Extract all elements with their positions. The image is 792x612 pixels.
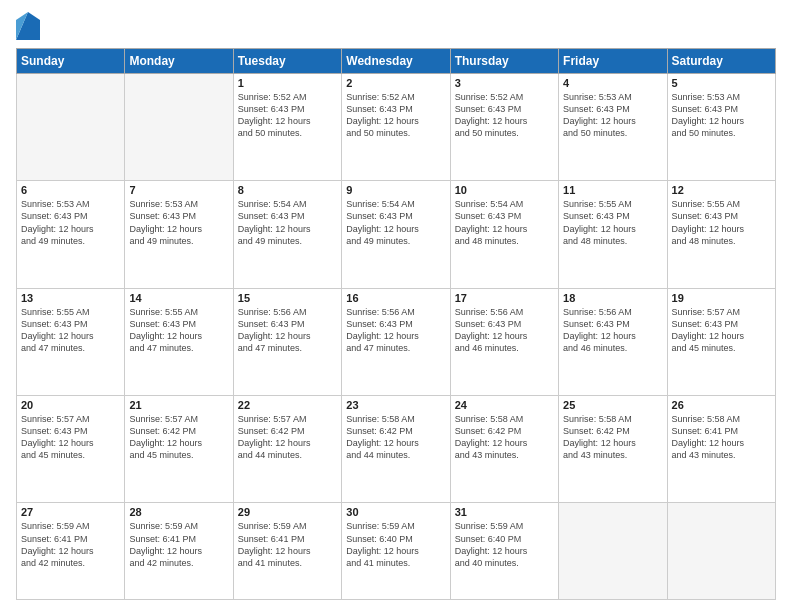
week-row-1: 1Sunrise: 5:52 AMSunset: 6:43 PMDaylight… (17, 74, 776, 181)
calendar-cell: 22Sunrise: 5:57 AMSunset: 6:42 PMDayligh… (233, 396, 341, 503)
day-info: Sunrise: 5:58 AMSunset: 6:42 PMDaylight:… (455, 413, 554, 462)
calendar-cell: 20Sunrise: 5:57 AMSunset: 6:43 PMDayligh… (17, 396, 125, 503)
calendar-cell: 29Sunrise: 5:59 AMSunset: 6:41 PMDayligh… (233, 503, 341, 600)
day-info: Sunrise: 5:52 AMSunset: 6:43 PMDaylight:… (346, 91, 445, 140)
day-info: Sunrise: 5:58 AMSunset: 6:42 PMDaylight:… (563, 413, 662, 462)
day-info: Sunrise: 5:56 AMSunset: 6:43 PMDaylight:… (346, 306, 445, 355)
weekday-header-saturday: Saturday (667, 49, 775, 74)
calendar-cell: 28Sunrise: 5:59 AMSunset: 6:41 PMDayligh… (125, 503, 233, 600)
day-number: 24 (455, 399, 554, 411)
calendar-cell: 7Sunrise: 5:53 AMSunset: 6:43 PMDaylight… (125, 181, 233, 288)
day-number: 16 (346, 292, 445, 304)
logo-icon (16, 12, 40, 40)
day-number: 30 (346, 506, 445, 518)
calendar-cell: 11Sunrise: 5:55 AMSunset: 6:43 PMDayligh… (559, 181, 667, 288)
week-row-4: 20Sunrise: 5:57 AMSunset: 6:43 PMDayligh… (17, 396, 776, 503)
weekday-header-wednesday: Wednesday (342, 49, 450, 74)
calendar-cell (667, 503, 775, 600)
calendar-cell: 17Sunrise: 5:56 AMSunset: 6:43 PMDayligh… (450, 288, 558, 395)
calendar-cell: 24Sunrise: 5:58 AMSunset: 6:42 PMDayligh… (450, 396, 558, 503)
calendar-cell: 30Sunrise: 5:59 AMSunset: 6:40 PMDayligh… (342, 503, 450, 600)
weekday-header-thursday: Thursday (450, 49, 558, 74)
day-number: 8 (238, 184, 337, 196)
day-info: Sunrise: 5:55 AMSunset: 6:43 PMDaylight:… (129, 306, 228, 355)
day-info: Sunrise: 5:53 AMSunset: 6:43 PMDaylight:… (129, 198, 228, 247)
day-info: Sunrise: 5:59 AMSunset: 6:41 PMDaylight:… (238, 520, 337, 569)
calendar-cell: 27Sunrise: 5:59 AMSunset: 6:41 PMDayligh… (17, 503, 125, 600)
day-info: Sunrise: 5:52 AMSunset: 6:43 PMDaylight:… (455, 91, 554, 140)
day-info: Sunrise: 5:56 AMSunset: 6:43 PMDaylight:… (455, 306, 554, 355)
calendar-cell: 31Sunrise: 5:59 AMSunset: 6:40 PMDayligh… (450, 503, 558, 600)
calendar-cell: 10Sunrise: 5:54 AMSunset: 6:43 PMDayligh… (450, 181, 558, 288)
day-info: Sunrise: 5:57 AMSunset: 6:42 PMDaylight:… (238, 413, 337, 462)
day-number: 12 (672, 184, 771, 196)
day-info: Sunrise: 5:53 AMSunset: 6:43 PMDaylight:… (672, 91, 771, 140)
day-number: 14 (129, 292, 228, 304)
calendar-cell: 2Sunrise: 5:52 AMSunset: 6:43 PMDaylight… (342, 74, 450, 181)
calendar-cell: 12Sunrise: 5:55 AMSunset: 6:43 PMDayligh… (667, 181, 775, 288)
day-info: Sunrise: 5:56 AMSunset: 6:43 PMDaylight:… (238, 306, 337, 355)
day-number: 3 (455, 77, 554, 89)
day-number: 9 (346, 184, 445, 196)
day-info: Sunrise: 5:59 AMSunset: 6:41 PMDaylight:… (21, 520, 120, 569)
day-number: 29 (238, 506, 337, 518)
day-info: Sunrise: 5:54 AMSunset: 6:43 PMDaylight:… (346, 198, 445, 247)
day-number: 6 (21, 184, 120, 196)
calendar-cell: 6Sunrise: 5:53 AMSunset: 6:43 PMDaylight… (17, 181, 125, 288)
day-info: Sunrise: 5:53 AMSunset: 6:43 PMDaylight:… (21, 198, 120, 247)
weekday-header-monday: Monday (125, 49, 233, 74)
day-number: 10 (455, 184, 554, 196)
day-number: 4 (563, 77, 662, 89)
day-number: 19 (672, 292, 771, 304)
header (16, 12, 776, 40)
day-info: Sunrise: 5:57 AMSunset: 6:43 PMDaylight:… (672, 306, 771, 355)
day-number: 5 (672, 77, 771, 89)
calendar-cell: 16Sunrise: 5:56 AMSunset: 6:43 PMDayligh… (342, 288, 450, 395)
calendar-cell: 4Sunrise: 5:53 AMSunset: 6:43 PMDaylight… (559, 74, 667, 181)
day-info: Sunrise: 5:59 AMSunset: 6:40 PMDaylight:… (455, 520, 554, 569)
weekday-header-sunday: Sunday (17, 49, 125, 74)
day-info: Sunrise: 5:58 AMSunset: 6:41 PMDaylight:… (672, 413, 771, 462)
day-number: 26 (672, 399, 771, 411)
day-info: Sunrise: 5:55 AMSunset: 6:43 PMDaylight:… (672, 198, 771, 247)
day-info: Sunrise: 5:58 AMSunset: 6:42 PMDaylight:… (346, 413, 445, 462)
calendar-cell: 15Sunrise: 5:56 AMSunset: 6:43 PMDayligh… (233, 288, 341, 395)
calendar-cell: 3Sunrise: 5:52 AMSunset: 6:43 PMDaylight… (450, 74, 558, 181)
logo (16, 12, 42, 40)
calendar-cell: 1Sunrise: 5:52 AMSunset: 6:43 PMDaylight… (233, 74, 341, 181)
calendar-cell: 21Sunrise: 5:57 AMSunset: 6:42 PMDayligh… (125, 396, 233, 503)
calendar-cell: 18Sunrise: 5:56 AMSunset: 6:43 PMDayligh… (559, 288, 667, 395)
day-info: Sunrise: 5:55 AMSunset: 6:43 PMDaylight:… (21, 306, 120, 355)
calendar-cell: 13Sunrise: 5:55 AMSunset: 6:43 PMDayligh… (17, 288, 125, 395)
calendar-cell (17, 74, 125, 181)
calendar-cell: 14Sunrise: 5:55 AMSunset: 6:43 PMDayligh… (125, 288, 233, 395)
calendar-cell: 9Sunrise: 5:54 AMSunset: 6:43 PMDaylight… (342, 181, 450, 288)
calendar-cell: 26Sunrise: 5:58 AMSunset: 6:41 PMDayligh… (667, 396, 775, 503)
week-row-2: 6Sunrise: 5:53 AMSunset: 6:43 PMDaylight… (17, 181, 776, 288)
day-number: 17 (455, 292, 554, 304)
weekday-header-tuesday: Tuesday (233, 49, 341, 74)
day-number: 21 (129, 399, 228, 411)
day-info: Sunrise: 5:52 AMSunset: 6:43 PMDaylight:… (238, 91, 337, 140)
page: SundayMondayTuesdayWednesdayThursdayFrid… (0, 0, 792, 612)
day-number: 28 (129, 506, 228, 518)
calendar-cell (125, 74, 233, 181)
day-info: Sunrise: 5:54 AMSunset: 6:43 PMDaylight:… (238, 198, 337, 247)
calendar-cell: 25Sunrise: 5:58 AMSunset: 6:42 PMDayligh… (559, 396, 667, 503)
day-number: 15 (238, 292, 337, 304)
week-row-3: 13Sunrise: 5:55 AMSunset: 6:43 PMDayligh… (17, 288, 776, 395)
day-number: 27 (21, 506, 120, 518)
day-info: Sunrise: 5:55 AMSunset: 6:43 PMDaylight:… (563, 198, 662, 247)
day-number: 1 (238, 77, 337, 89)
day-number: 20 (21, 399, 120, 411)
day-info: Sunrise: 5:57 AMSunset: 6:43 PMDaylight:… (21, 413, 120, 462)
day-info: Sunrise: 5:53 AMSunset: 6:43 PMDaylight:… (563, 91, 662, 140)
calendar-cell: 19Sunrise: 5:57 AMSunset: 6:43 PMDayligh… (667, 288, 775, 395)
day-number: 11 (563, 184, 662, 196)
calendar-cell: 8Sunrise: 5:54 AMSunset: 6:43 PMDaylight… (233, 181, 341, 288)
day-number: 31 (455, 506, 554, 518)
calendar-cell: 23Sunrise: 5:58 AMSunset: 6:42 PMDayligh… (342, 396, 450, 503)
weekday-header-friday: Friday (559, 49, 667, 74)
day-number: 22 (238, 399, 337, 411)
day-number: 18 (563, 292, 662, 304)
